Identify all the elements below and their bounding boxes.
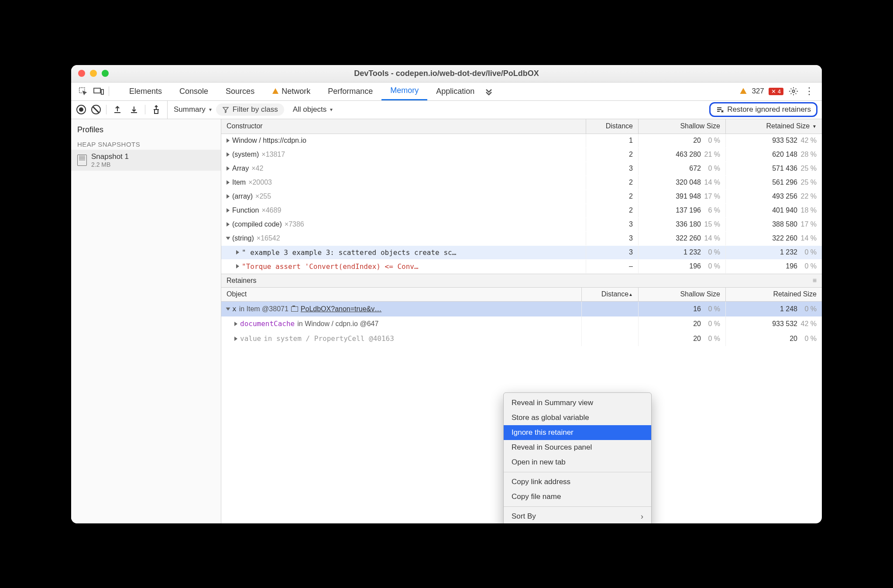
distance-cell: 3 (586, 246, 639, 259)
filter-input[interactable]: Filter by class (216, 103, 284, 116)
clear-icon[interactable] (91, 105, 101, 114)
menu-item[interactable]: Ignore this retainer (504, 425, 651, 440)
window-title: DevTools - codepen.io/web-dot-dev/live/P… (71, 69, 822, 78)
toolbar: Summary Filter by class All objects Rest… (71, 101, 822, 119)
distance-cell: 2 (586, 148, 639, 162)
col-distance[interactable]: Distance▲ (582, 288, 639, 301)
disclosure-icon[interactable] (236, 264, 239, 268)
svg-rect-4 (155, 110, 158, 113)
col-retained-size[interactable]: Retained Size (726, 288, 822, 301)
sort-desc-icon: ▼ (812, 124, 817, 129)
error-x-icon: ✕ (771, 88, 776, 95)
table-row[interactable]: value in system / PropertyCell @40163 20… (221, 331, 822, 346)
table-row[interactable]: Function ×4689 2 137 196 6 % 401 940 18 … (221, 204, 822, 218)
titlebar: DevTools - codepen.io/web-dot-dev/live/P… (71, 65, 822, 83)
distance-cell: 2 (586, 176, 639, 189)
sidebar: Profiles HEAP SNAPSHOTS Snapshot 1 2.2 M… (71, 119, 221, 523)
restore-icon (716, 106, 724, 113)
table-row[interactable]: Array ×42 3 672 0 % 571 436 25 % (221, 162, 822, 176)
kebab-icon[interactable]: ⋮ (804, 86, 815, 97)
disclosure-icon[interactable] (227, 152, 230, 157)
disclosure-icon[interactable] (227, 180, 230, 185)
tab-application[interactable]: Application (427, 83, 483, 100)
svg-rect-1 (94, 88, 100, 93)
tab-network[interactable]: Network (263, 83, 319, 100)
col-shallow-size[interactable]: Shallow Size (639, 288, 726, 301)
col-retained-size[interactable]: Retained Size ▼ (726, 119, 822, 134)
download-icon[interactable] (128, 104, 140, 115)
objects-dropdown[interactable]: All objects (293, 105, 333, 114)
table-row[interactable]: "Torque assert 'Convert(endIndex) <= Con… (221, 260, 822, 274)
table-row[interactable]: x in Item @38071 PoLdbOX?anon=true&v… 16… (221, 302, 822, 316)
source-link[interactable]: PoLdbOX?anon=true&v… (301, 305, 381, 313)
menu-item[interactable]: Reveal in Summary view (504, 395, 651, 410)
collect-garbage-icon[interactable] (151, 104, 162, 115)
shallow-cell: 322 260 14 % (639, 232, 726, 245)
tab-sources[interactable]: Sources (217, 83, 263, 100)
retained-cell: 571 436 25 % (726, 162, 822, 175)
menu-item[interactable]: Open in new tab (504, 455, 651, 470)
table-row[interactable]: " example 3 example 3: scattered objects… (221, 246, 822, 260)
retained-cell: 561 296 25 % (726, 176, 822, 189)
restore-ignored-retainers-button[interactable]: Restore ignored retainers (709, 102, 817, 117)
table-row[interactable]: (compiled code) ×7386 3 336 180 15 % 388… (221, 218, 822, 232)
disclosure-icon[interactable] (236, 250, 239, 254)
warning-icon[interactable] (739, 87, 747, 95)
table-row[interactable]: (system) ×13817 2 463 280 21 % 620 148 2… (221, 148, 822, 162)
warning-count[interactable]: 327 (752, 87, 764, 96)
separator (106, 105, 106, 114)
sidebar-item-snapshot[interactable]: Snapshot 1 2.2 MB (71, 150, 221, 171)
table-row[interactable]: (string) ×16542 3 322 260 14 % 322 260 1… (221, 232, 822, 246)
disclosure-icon[interactable] (226, 237, 230, 240)
tab-label: Application (436, 87, 474, 96)
table-row[interactable]: Item ×20003 2 320 048 14 % 561 296 25 % (221, 176, 822, 190)
shallow-cell: 336 180 15 % (639, 218, 726, 231)
retainers-menu-icon[interactable]: ≡ (813, 277, 817, 285)
table-row[interactable]: documentCache in Window / cdpn.io @647 2… (221, 316, 822, 331)
tab-label: Network (282, 87, 310, 96)
disclosure-icon[interactable] (234, 322, 237, 326)
more-tabs-icon[interactable] (483, 86, 495, 97)
menu-item[interactable]: Reveal in Sources panel (504, 440, 651, 455)
view-dropdown[interactable]: Summary (174, 105, 212, 114)
distance-cell (582, 302, 639, 316)
disclosure-icon[interactable] (227, 222, 230, 227)
disclosure-icon[interactable] (227, 138, 230, 143)
tab-performance[interactable]: Performance (319, 83, 381, 100)
record-icon[interactable] (76, 105, 86, 114)
constructor-name: Array (232, 165, 249, 172)
col-object[interactable]: Object (221, 288, 582, 301)
disclosure-icon[interactable] (226, 307, 230, 310)
error-badge[interactable]: ✕ 4 (769, 88, 783, 95)
constructor-count: ×42 (251, 165, 263, 172)
device-icon[interactable] (93, 86, 104, 97)
upload-icon[interactable] (112, 104, 123, 115)
col-distance[interactable]: Distance (586, 119, 639, 134)
constructor-name: (string) (232, 234, 254, 242)
col-shallow-size[interactable]: Shallow Size (639, 119, 726, 134)
tab-console[interactable]: Console (171, 83, 217, 100)
view-dropdown-label: Summary (174, 105, 206, 114)
menu-item[interactable]: Store as global variable (504, 410, 651, 425)
tab-elements[interactable]: Elements (120, 83, 171, 100)
distance-cell (582, 331, 639, 346)
gear-icon[interactable] (788, 86, 799, 97)
warning-icon (272, 88, 279, 95)
inspect-icon[interactable] (77, 86, 89, 97)
menu-item[interactable]: Copy link address (504, 475, 651, 489)
menu-item[interactable]: Copy file name (504, 489, 651, 504)
retainers-heading: Retainers ≡ (221, 274, 822, 288)
menu-item[interactable]: Sort By (504, 509, 651, 523)
disclosure-icon[interactable] (227, 208, 230, 213)
distance-cell: 3 (586, 162, 639, 175)
tab-memory[interactable]: Memory (381, 83, 427, 100)
constructor-name: Function (232, 206, 259, 214)
constructor-count: ×16542 (257, 234, 280, 242)
distance-cell: 2 (586, 190, 639, 203)
disclosure-icon[interactable] (227, 166, 230, 171)
disclosure-icon[interactable] (227, 194, 230, 199)
disclosure-icon[interactable] (234, 337, 237, 341)
col-constructor[interactable]: Constructor (221, 119, 586, 134)
table-row[interactable]: (array) ×255 2 391 948 17 % 493 256 22 % (221, 190, 822, 204)
table-row[interactable]: Window / https://cdpn.io 1 20 0 % 933 53… (221, 134, 822, 148)
